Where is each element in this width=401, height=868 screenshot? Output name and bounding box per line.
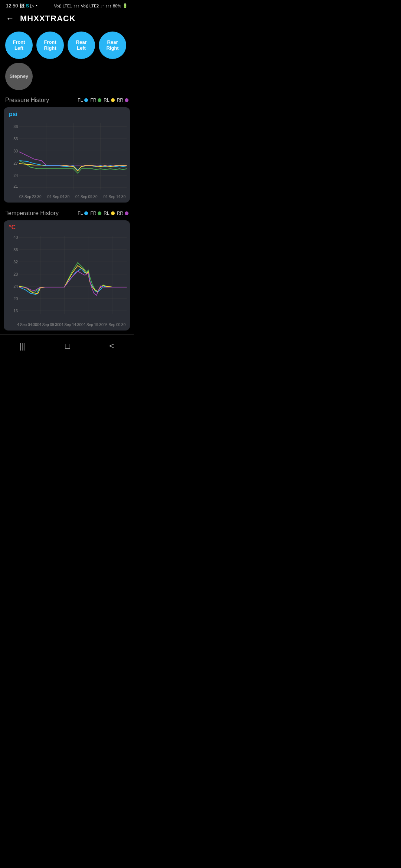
signal-text2: Vo)) LTE2 ↓↑ ↑↑↑ [81,4,111,8]
header: ← MHXXTRACK [0,10,134,27]
temp-x-label-1: 4 Sep 04:30 [17,323,37,327]
pressure-x-label-3: 04 Sep 09:30 [75,195,98,199]
temp-legend-rl: RL [104,211,114,216]
temperature-chart-card: °C 40 36 32 28 24 20 16 [4,220,130,331]
pressure-x-label-2: 04 Sep 04:30 [48,195,70,199]
pressure-legend: FL FR RL RR [78,98,128,103]
back-button[interactable]: ← [6,14,14,23]
page-title: MHXXTRACK [20,14,76,23]
battery-icon: 🔋 [123,3,128,8]
status-left: 12:50 🖼 S ▷ • [6,3,38,9]
tire-btn-fl[interactable]: FrontLeft [5,32,33,59]
svg-text:33: 33 [13,137,18,141]
temp-legend-fr: FR [90,211,101,216]
temp-x-label-5: 05 Sep 00:30 [104,323,126,327]
svg-text:20: 20 [13,296,18,301]
photo-icon: 🖼 [20,3,25,9]
pressure-legend-fr: FR [90,98,101,103]
svg-text:36: 36 [13,247,18,252]
temperature-legend: FL FR RL RR [78,211,128,216]
pressure-section-header: Pressure History FL FR RL RR [0,95,134,105]
pressure-x-label-1: 03 Sep 23:30 [19,195,42,199]
temperature-x-labels: 4 Sep 04:30 04 Sep 09:30 04 Sep 14:30 04… [5,321,128,327]
s-icon: S [26,3,29,9]
temperature-section-title: Temperature History [5,210,59,217]
svg-text:24: 24 [13,284,18,289]
svg-text:40: 40 [13,235,18,240]
temp-legend-rr: RR [117,211,128,216]
temp-x-label-3: 04 Sep 14:30 [59,323,81,327]
svg-text:16: 16 [13,309,18,313]
tire-btn-fr[interactable]: FrontRight [36,32,64,59]
temp-x-label-4: 04 Sep 19:30 [81,323,104,327]
temperature-chart-svg: 40 36 32 28 24 20 16 [5,232,128,321]
pressure-legend-rr: RR [117,98,128,103]
tire-btn-rl[interactable]: RearLeft [68,32,95,59]
pressure-legend-rl: RL [104,98,114,103]
pressure-chart-svg: 36 33 30 27 24 21 [5,119,128,193]
pressure-x-label-4: 04 Sep 14:30 [104,195,126,199]
battery-text: 80% [113,4,121,8]
svg-text:27: 27 [13,161,18,165]
navigation-bar: ||| □ < [0,334,134,355]
temp-legend-fl: FL [78,211,88,216]
status-right: Vo)) LTE1 ↑↑↑ Vo)) LTE2 ↓↑ ↑↑↑ 80% 🔋 [54,3,128,8]
svg-text:30: 30 [13,149,18,153]
svg-text:21: 21 [13,184,18,188]
svg-text:36: 36 [13,124,18,129]
pressure-section-title: Pressure History [5,97,49,103]
temperature-section-header: Temperature History FL FR RL RR [0,208,134,218]
pressure-unit: psi [5,111,128,119]
pressure-chart-wrap: 36 33 30 27 24 21 [5,119,128,193]
svg-text:24: 24 [13,173,18,178]
pressure-legend-fl: FL [78,98,88,103]
status-time: 12:50 [6,3,18,9]
temperature-unit: °C [5,224,128,232]
tire-buttons-group: FrontLeft FrontRight RearLeft RearRight … [0,27,134,95]
nav-home-button[interactable]: □ [58,340,78,352]
temperature-chart-wrap: 40 36 32 28 24 20 16 [5,232,128,321]
tire-btn-stepney[interactable]: Stepney [5,63,33,90]
signal-text: Vo)) LTE1 ↑↑↑ [54,4,79,8]
pressure-chart-card: psi 36 33 30 27 24 21 [4,107,130,203]
nav-menu-button[interactable]: ||| [12,340,33,352]
nav-back-button[interactable]: < [102,340,121,352]
tire-btn-rr[interactable]: RearRight [99,32,126,59]
play-icon: ▷ [30,3,34,9]
svg-text:28: 28 [13,272,18,276]
status-bar: 12:50 🖼 S ▷ • Vo)) LTE1 ↑↑↑ Vo)) LTE2 ↓↑… [0,0,134,10]
pressure-x-labels: 03 Sep 23:30 04 Sep 04:30 04 Sep 09:30 0… [5,193,128,199]
temp-x-label-2: 04 Sep 09:30 [37,323,59,327]
svg-text:32: 32 [13,260,18,264]
dot-icon: • [36,3,38,9]
